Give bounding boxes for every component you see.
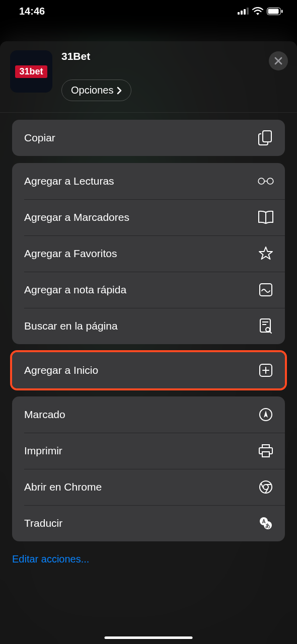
action-find-on-page[interactable]: Buscar en la página bbox=[12, 308, 285, 344]
print-icon bbox=[258, 443, 274, 459]
svg-line-17 bbox=[269, 331, 271, 333]
svg-rect-7 bbox=[263, 131, 271, 142]
svg-rect-2 bbox=[244, 9, 246, 15]
action-find-on-page-label: Buscar en la página bbox=[24, 320, 118, 332]
action-quick-note[interactable]: Agregar a nota rápida bbox=[12, 272, 285, 308]
svg-rect-0 bbox=[238, 12, 240, 15]
edit-actions-link[interactable]: Editar acciones... bbox=[0, 548, 297, 585]
action-bookmark-label: Agregar a Marcadores bbox=[24, 211, 129, 223]
svg-rect-24 bbox=[262, 452, 269, 457]
book-icon bbox=[258, 209, 274, 225]
action-reading-list[interactable]: Agregar a Lecturas bbox=[12, 163, 285, 199]
action-add-to-home[interactable]: Agregar a Inicio bbox=[12, 352, 285, 388]
markup-icon bbox=[258, 407, 274, 423]
glasses-icon bbox=[258, 173, 274, 189]
addhome-icon bbox=[258, 362, 274, 378]
quicknote-icon bbox=[258, 282, 274, 298]
svg-point-8 bbox=[258, 178, 264, 184]
action-favorites[interactable]: Agregar a Favoritos bbox=[12, 235, 285, 272]
close-button[interactable] bbox=[269, 51, 288, 70]
status-time: 14:46 bbox=[19, 6, 45, 17]
action-print-label: Imprimir bbox=[24, 445, 62, 457]
action-open-chrome-label: Abrir en Chrome bbox=[24, 481, 102, 493]
app-title: 31Bet bbox=[61, 50, 260, 62]
share-sheet: 31bet 31Bet Opciones CopiarAgregar a Lec… bbox=[0, 41, 297, 644]
action-markup[interactable]: Marcado bbox=[12, 396, 285, 433]
status-bar: 14:46 bbox=[0, 0, 297, 22]
battery-icon bbox=[267, 8, 283, 15]
app-badge-text: 31bet bbox=[15, 65, 47, 78]
action-quick-note-label: Agregar a nota rápida bbox=[24, 284, 126, 296]
action-print[interactable]: Imprimir bbox=[12, 433, 285, 469]
svg-point-9 bbox=[267, 178, 273, 184]
star-icon bbox=[258, 246, 274, 262]
cellular-icon bbox=[238, 8, 249, 15]
translate-icon: Aあ bbox=[258, 515, 274, 531]
svg-text:あ: あ bbox=[265, 523, 270, 528]
action-copy-label: Copiar bbox=[24, 132, 55, 144]
svg-rect-1 bbox=[241, 11, 243, 15]
action-open-chrome[interactable]: Abrir en Chrome bbox=[12, 469, 285, 505]
wifi-icon bbox=[252, 7, 263, 15]
options-button[interactable]: Opciones bbox=[61, 79, 131, 101]
findpage-icon bbox=[258, 318, 274, 334]
app-subtitle bbox=[61, 64, 260, 74]
action-copy[interactable]: Copiar bbox=[12, 120, 285, 156]
action-favorites-label: Agregar a Favoritos bbox=[24, 248, 117, 260]
copy-icon bbox=[258, 130, 274, 146]
action-translate-label: Traducir bbox=[24, 517, 62, 529]
close-icon bbox=[274, 57, 282, 65]
svg-rect-5 bbox=[268, 9, 279, 14]
home-indicator[interactable] bbox=[105, 636, 193, 639]
options-label: Opciones bbox=[71, 85, 114, 96]
status-indicators bbox=[238, 7, 283, 15]
svg-rect-3 bbox=[247, 8, 249, 15]
app-icon: 31bet bbox=[10, 50, 52, 93]
svg-rect-6 bbox=[281, 10, 283, 13]
action-markup-label: Marcado bbox=[24, 409, 65, 421]
action-reading-list-label: Agregar a Lecturas bbox=[24, 175, 114, 187]
action-add-to-home-label: Agregar a Inicio bbox=[24, 364, 98, 376]
sheet-header: 31bet 31Bet Opciones bbox=[0, 41, 297, 113]
action-bookmark[interactable]: Agregar a Marcadores bbox=[12, 199, 285, 235]
chevron-right-icon bbox=[117, 87, 122, 95]
chrome-icon bbox=[258, 479, 274, 495]
action-translate[interactable]: TraducirAあ bbox=[12, 505, 285, 541]
svg-rect-12 bbox=[260, 284, 272, 296]
